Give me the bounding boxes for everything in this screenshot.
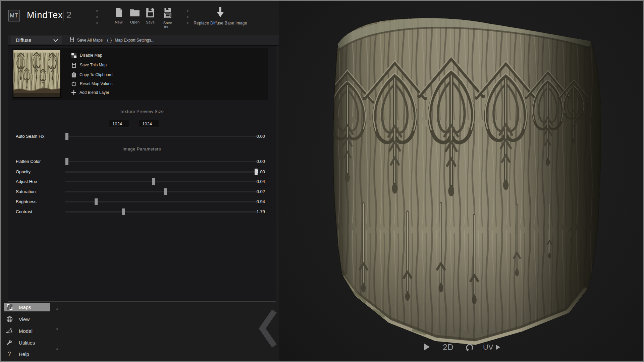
preview-height-input[interactable] (139, 120, 159, 127)
plus-icon (71, 90, 76, 95)
new-document-icon (114, 7, 123, 19)
slider-handle[interactable] (65, 158, 68, 165)
separator-dot (56, 348, 58, 350)
sidebar-item-help[interactable]: ? Help (4, 350, 66, 358)
slider-row-brightness: Brightness 0.94 (16, 198, 274, 206)
sidebar-item-maps[interactable]: Maps (4, 303, 50, 311)
auto-seam-fix-slider[interactable] (65, 136, 258, 137)
slider-row-opacity: Opacity 1.00 (16, 168, 274, 176)
slider-row-auto-seam-fix: Auto Seam Fix 0.00 (16, 132, 274, 140)
rotate-icon (465, 343, 474, 352)
brightness-slider[interactable] (65, 201, 258, 202)
separator-dot (96, 22, 98, 24)
floppy-icon (69, 37, 74, 43)
preview-width-input[interactable] (109, 120, 129, 127)
slider-row-saturation: Saturation 0.02 (16, 188, 274, 196)
adjust-hue-slider[interactable] (65, 181, 258, 182)
saturation-slider[interactable] (65, 191, 258, 192)
reset-icon (71, 81, 76, 86)
replace-diffuse-base-image-button[interactable]: Replace Diffuse Base Image (194, 6, 247, 25)
texture-preview-size-title: Texture Preview Size (8, 109, 276, 114)
play-small-icon (496, 345, 500, 350)
slider-handle[interactable] (95, 198, 98, 205)
rotate-view-button[interactable] (465, 343, 474, 353)
menu-item-add-blend-layer[interactable]: Add Blend Layer (71, 89, 109, 96)
app-title: MindTex (27, 10, 63, 20)
slider-handle[interactable] (65, 133, 68, 140)
save-floppy-icon (146, 7, 155, 19)
title-divider (63, 11, 63, 21)
menu-item-save-this-map[interactable]: Save This Map (71, 62, 107, 68)
clipboard-icon (71, 72, 76, 78)
open-button[interactable]: Open (128, 7, 142, 24)
image-parameters-title: Image Parameters (8, 146, 276, 152)
mindtex-window: MT MindTex 2 New Open Save Save As... R (0, 0, 644, 362)
map-type-dropdown[interactable]: Diffuse (11, 36, 62, 44)
view-2d-button[interactable]: 2D (443, 343, 454, 352)
open-folder-icon (129, 7, 140, 19)
separator-dot (56, 308, 58, 310)
slider-handle[interactable] (152, 178, 155, 185)
flatten-color-slider[interactable] (65, 161, 258, 162)
uv-view-button[interactable]: UV (483, 343, 500, 352)
diffuse-map-thumbnail[interactable] (13, 50, 60, 97)
model-3d-preview[interactable]: .cd{stroke:#403c2a;stroke-width:11;fill:… (330, 16, 604, 352)
slider-row-adjust-hue: Adjust Hue -0.04 (16, 178, 274, 186)
opacity-slider[interactable] (65, 171, 258, 173)
separator-dot (56, 328, 58, 330)
wrench-icon (6, 340, 13, 346)
play-animation-button[interactable] (424, 343, 430, 352)
sidebar-item-view[interactable]: View (4, 315, 66, 323)
maps-checker-icon (6, 304, 13, 310)
sidebar-item-model[interactable]: Model (4, 326, 66, 335)
app-version: 2 (66, 10, 71, 20)
collapse-panel-chevron[interactable] (258, 308, 278, 350)
separator-dot (187, 10, 189, 12)
separator-dot (187, 22, 189, 24)
app-logo: MT (8, 10, 20, 21)
save-all-maps-button[interactable]: Save All Maps (69, 35, 103, 45)
slider-row-flatten-color: Flatten Color 0.00 (16, 158, 274, 166)
sidebar-item-utilities[interactable]: Utilities (4, 338, 66, 347)
checkerboard-icon (71, 53, 76, 58)
floppy-icon (71, 62, 76, 68)
contrast-slider[interactable] (65, 211, 258, 213)
new-button[interactable]: New (112, 7, 125, 24)
slider-handle[interactable] (122, 208, 125, 215)
globe-icon (6, 316, 13, 322)
menu-item-reset-map-values[interactable]: Reset Map Values (71, 80, 112, 87)
braces-icon: { } (107, 38, 112, 43)
menu-item-copy-to-clipboard[interactable]: Copy To Clipboard (71, 71, 113, 78)
save-as-floppy-icon (163, 7, 172, 19)
separator-dot (96, 16, 98, 18)
map-settings-panel: Diffuse Save All Maps { } Map Export Set… (8, 35, 276, 301)
question-icon: ? (6, 351, 13, 357)
panel-divider (8, 301, 276, 302)
menu-item-disable-map[interactable]: Disable Map (71, 52, 102, 59)
model-mesh-icon (6, 328, 13, 334)
collapse-chevron-icon (258, 308, 278, 349)
map-panel-header: Diffuse Save All Maps { } Map Export Set… (8, 35, 279, 46)
down-arrow-icon (215, 6, 226, 19)
separator-dot (187, 16, 189, 18)
play-icon (424, 343, 430, 351)
chevron-down-icon (53, 37, 58, 43)
separator-dot (96, 10, 98, 12)
save-as-button[interactable]: Save As... (159, 7, 176, 29)
slider-handle[interactable] (164, 188, 167, 195)
save-button[interactable]: Save (144, 7, 157, 24)
slider-row-contrast: Contrast 1.79 (16, 208, 274, 216)
map-export-settings-button[interactable]: { } Map Export Settings... (107, 35, 154, 45)
